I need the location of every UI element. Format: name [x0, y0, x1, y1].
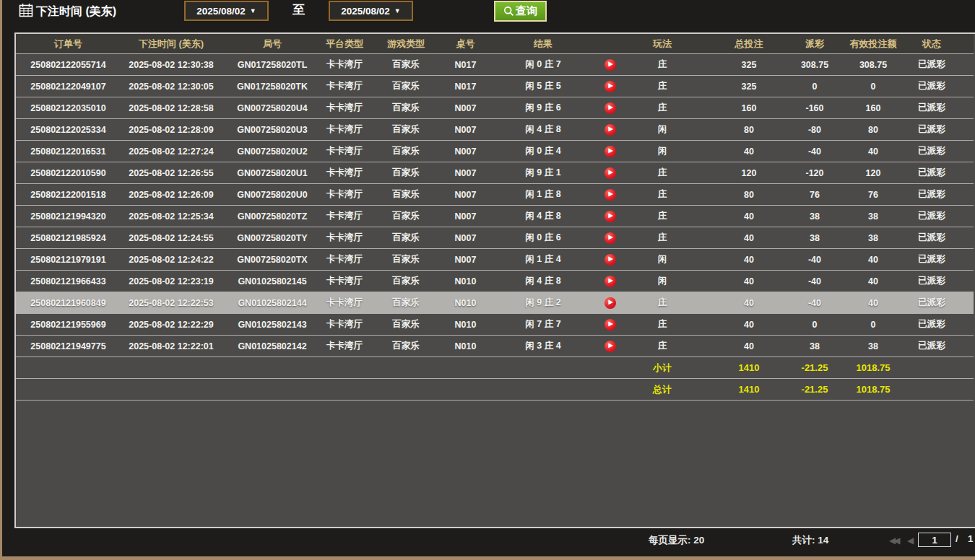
- cell-play: 庄: [619, 184, 706, 206]
- cell-order_no: [16, 357, 121, 379]
- cell-round_no: GN007258020U2: [222, 141, 323, 162]
- page-number-input[interactable]: [918, 533, 951, 547]
- cell-round_no: GN01025802142: [222, 336, 323, 357]
- cell-filler: [954, 97, 974, 119]
- cell-round_no: GN007258020U4: [222, 97, 323, 119]
- play-video-icon[interactable]: ▶: [604, 81, 616, 92]
- table-row[interactable]: 2508021220165312025-08-02 12:27:24GN0072…: [16, 141, 974, 162]
- cell-payout: -40: [792, 271, 837, 292]
- previous-page-button[interactable]: ◀: [907, 535, 911, 546]
- cell-result: 闲 4 庄 8: [485, 271, 601, 292]
- cell-valid_bet: 1018.75: [837, 379, 909, 401]
- play-video-icon[interactable]: ▶: [604, 59, 616, 71]
- cell-play: 庄: [619, 162, 706, 184]
- cell-game_type: 百家乐: [366, 249, 446, 271]
- date-to-select[interactable]: 2025/08/02 ▼: [329, 1, 413, 21]
- play-video-icon[interactable]: ▶: [604, 102, 616, 114]
- cell-valid_bet: 38: [837, 227, 909, 249]
- cell-platform: 卡卡湾厅: [323, 184, 366, 206]
- cell-status: 已派彩: [909, 162, 954, 184]
- per-page-indicator: 每页显示: 20: [649, 534, 704, 547]
- cell-round_no: GN017258020TL: [222, 54, 323, 76]
- table-row[interactable]: 2508021219664332025-08-02 12:23:19GN0102…: [16, 271, 974, 292]
- table-row[interactable]: 2508021219791912025-08-02 12:24:22GN0072…: [16, 249, 974, 271]
- play-video-icon[interactable]: ▶: [604, 276, 616, 287]
- cell-valid_bet: 40: [837, 141, 909, 162]
- cell-result: 闲 9 庄 6: [485, 97, 601, 119]
- search-icon: [503, 6, 514, 17]
- table-row[interactable]: 2508021220557142025-08-02 12:30:38GN0172…: [16, 54, 974, 76]
- cell-game_type: [366, 379, 446, 401]
- play-video-icon[interactable]: ▶: [604, 124, 616, 136]
- cell-payout: -40: [792, 249, 837, 271]
- table-row[interactable]: 2508021220491072025-08-02 12:30:05GN0172…: [16, 76, 974, 97]
- cell-result: 闲 9 庄 1: [485, 162, 601, 184]
- table-row[interactable]: 2508021219608492025-08-02 12:22:53GN0102…: [16, 292, 974, 314]
- date-from-select[interactable]: 2025/08/02 ▼: [184, 1, 269, 21]
- cell-filler: [954, 162, 974, 184]
- cell-round_no: GN01025802145: [222, 271, 323, 292]
- play-video-icon[interactable]: ▶: [604, 254, 616, 266]
- cell-round_no: [222, 379, 323, 401]
- cell-total_bet: 40: [706, 271, 792, 292]
- play-video-icon[interactable]: ▶: [604, 232, 616, 244]
- cell-filler: [954, 76, 974, 97]
- table-row[interactable]: 2508021220350102025-08-02 12:28:58GN0072…: [16, 97, 974, 119]
- table-row[interactable]: 2508021220015182025-08-02 12:26:09GN0072…: [16, 184, 974, 206]
- cell-platform: 卡卡湾厅: [323, 162, 366, 184]
- play-video-icon[interactable]: ▶: [604, 341, 616, 352]
- table-row[interactable]: 2508021220253342025-08-02 12:28:09GN0072…: [16, 119, 974, 141]
- cell-bet_time: 2025-08-02 12:28:58: [121, 97, 222, 119]
- cell-round_no: GN007258020U0: [222, 184, 323, 206]
- cell-game_type: 百家乐: [366, 119, 446, 141]
- cell-order_no: 250802121994320: [16, 206, 121, 227]
- table-row[interactable]: 2508021219943202025-08-02 12:25:34GN0072…: [16, 206, 974, 227]
- cell-payout: -40: [792, 141, 837, 162]
- cell-play: 庄: [619, 54, 706, 76]
- table-row[interactable]: 2508021219859242025-08-02 12:24:55GN0072…: [16, 227, 974, 249]
- cell-play_icon: ▶: [601, 336, 619, 357]
- cell-game_type: 百家乐: [366, 184, 446, 206]
- play-video-icon[interactable]: ▶: [604, 167, 616, 179]
- cell-status: [909, 357, 954, 379]
- cell-play_icon: ▶: [601, 76, 619, 97]
- cell-status: 已派彩: [909, 314, 954, 336]
- cell-play_icon: ▶: [601, 97, 619, 119]
- window-border-bottom: [0, 556, 975, 560]
- cell-status: 已派彩: [909, 227, 954, 249]
- cell-status: 已派彩: [909, 184, 954, 206]
- cell-bet_time: 2025-08-02 12:22:53: [121, 292, 222, 314]
- play-video-icon[interactable]: ▶: [604, 189, 616, 201]
- col-header-table_no: 桌号: [446, 34, 485, 54]
- cell-result: [485, 357, 601, 379]
- cell-payout: -160: [792, 97, 837, 119]
- first-page-button[interactable]: ◀◀: [889, 535, 898, 546]
- bet-records-table-container: 订单号下注时间 (美东)局号平台类型游戏类型桌号结果玩法总投注派彩有效投注额状态…: [14, 32, 975, 528]
- play-video-icon[interactable]: ▶: [604, 319, 616, 331]
- cell-platform: 卡卡湾厅: [323, 54, 366, 76]
- cell-valid_bet: 76: [837, 184, 909, 206]
- play-video-icon[interactable]: ▶: [604, 146, 616, 157]
- cell-game_type: 百家乐: [366, 206, 446, 227]
- cell-play: 庄: [619, 227, 706, 249]
- cell-order_no: 250802122049107: [16, 76, 121, 97]
- cell-play: 闲: [619, 119, 706, 141]
- cell-payout: -40: [792, 292, 837, 314]
- cell-bet_time: 2025-08-02 12:24:55: [121, 227, 222, 249]
- cell-table_no: N007: [446, 206, 485, 227]
- cell-payout: 38: [792, 227, 837, 249]
- cell-platform: 卡卡湾厅: [323, 249, 366, 271]
- table-row[interactable]: 2508021219559692025-08-02 12:22:29GN0102…: [16, 314, 974, 336]
- play-video-icon[interactable]: ▶: [604, 211, 616, 222]
- table-row[interactable]: 2508021220105902025-08-02 12:26:55GN0072…: [16, 162, 974, 184]
- cell-platform: 卡卡湾厅: [323, 97, 366, 119]
- play-video-icon[interactable]: ▶: [604, 297, 616, 309]
- cell-result: 闲 5 庄 5: [485, 76, 601, 97]
- cell-bet_time: 2025-08-02 12:26:55: [121, 162, 222, 184]
- query-button[interactable]: 查询: [494, 1, 547, 22]
- cell-total_bet: 120: [706, 162, 792, 184]
- cell-status: 已派彩: [909, 119, 954, 141]
- cell-result: 闲 1 庄 4: [485, 249, 601, 271]
- table-row[interactable]: 2508021219497752025-08-02 12:22:01GN0102…: [16, 336, 974, 357]
- cell-play_icon: ▶: [601, 249, 619, 271]
